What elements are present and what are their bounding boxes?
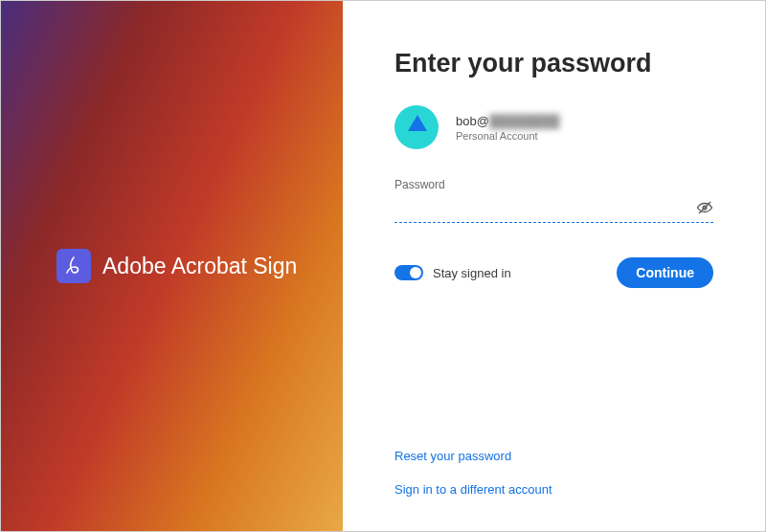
adobe-acrobat-icon	[56, 249, 91, 283]
bottom-links: Reset your password Sign in to a differe…	[394, 449, 552, 497]
password-input-wrap	[394, 199, 713, 223]
account-row: bob@████████ Personal Account	[394, 105, 713, 149]
password-label: Password	[394, 178, 713, 191]
avatar	[394, 105, 439, 149]
password-input[interactable]	[394, 199, 713, 223]
signin-panel: Enter your password bob@████████ Persona…	[343, 1, 765, 531]
account-type: Personal Account	[456, 130, 560, 142]
password-section: Password	[394, 178, 713, 223]
stay-signed-in-group: Stay signed in	[394, 265, 511, 280]
email-blurred: ████████	[489, 114, 560, 128]
brand-name: Adobe Acrobat Sign	[102, 254, 297, 279]
reset-password-link[interactable]: Reset your password	[394, 449, 552, 463]
different-account-link[interactable]: Sign in to a different account	[394, 482, 552, 497]
email-prefix: bob@	[456, 114, 489, 128]
brand-group: Adobe Acrobat Sign	[56, 249, 297, 283]
stay-signed-in-toggle[interactable]	[394, 265, 423, 280]
controls-row: Stay signed in Continue	[394, 257, 713, 288]
page-title: Enter your password	[394, 49, 713, 78]
account-email: bob@████████	[456, 114, 560, 128]
stay-signed-in-label: Stay signed in	[433, 266, 511, 280]
password-visibility-icon[interactable]	[696, 199, 713, 216]
brand-panel: Adobe Acrobat Sign	[1, 1, 343, 531]
continue-button[interactable]: Continue	[617, 257, 713, 288]
account-info: bob@████████ Personal Account	[456, 114, 560, 142]
